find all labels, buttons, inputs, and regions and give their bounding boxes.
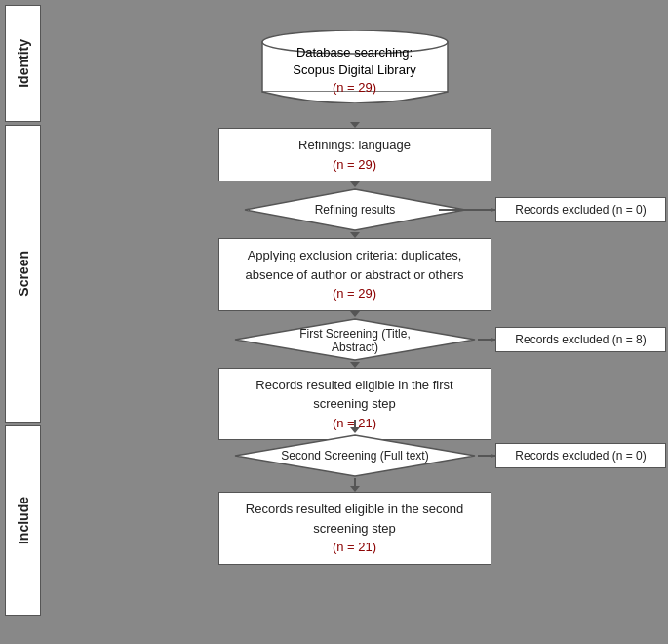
screen-label-text: Screen xyxy=(16,251,31,297)
db-line1: Database searching: xyxy=(257,44,452,61)
refine-lang-n: (n = 29) xyxy=(229,155,481,175)
excl-0-text: Records excluded (n = 0) xyxy=(515,203,646,217)
excl-0b-text: Records excluded (n = 0) xyxy=(515,449,646,463)
apply-excl-line2: absence of author or abstract or others xyxy=(229,265,481,285)
db-text: Database searching: Scopus Digital Libra… xyxy=(257,44,452,98)
diamond3-svg: Second Screening (Full text) xyxy=(233,433,477,478)
eligible-second-box: Records resulted eligible in the second … xyxy=(218,492,491,565)
include-label: Include xyxy=(5,425,41,616)
horiz-line1-svg xyxy=(439,208,497,212)
eligible-second-n: (n = 21) xyxy=(229,538,481,557)
excl-8-text: Records excluded (n = 8) xyxy=(515,333,646,346)
apply-excl-box: Applying exclusion criteria: duplicates,… xyxy=(218,238,491,311)
horiz-line2-inner xyxy=(478,338,497,342)
diamond2-text-line1: First Screening (Title, xyxy=(299,327,411,341)
eligible-second-line1: Records resulted eligible in the second xyxy=(229,500,481,519)
excl-8-box: Records excluded (n = 8) xyxy=(495,327,666,352)
first-screen-diamond-wrap: First Screening (Title, Abstract) xyxy=(233,317,477,362)
include-section: Second Screening (Full text) Records exc… xyxy=(41,420,668,610)
second-screen-diamond-wrap: Second Screening (Full text) xyxy=(233,433,477,478)
diamond3-text: Second Screening (Full text) xyxy=(281,449,428,463)
diamond2-text-line2: Abstract) xyxy=(331,341,377,354)
refine-results-row: Refining results Records excluded (n = 0… xyxy=(41,187,668,232)
identity-label: Identity xyxy=(5,5,41,122)
flowchart: Identity Screen Include D xyxy=(0,0,668,644)
second-screen-row: Second Screening (Full text) Records exc… xyxy=(41,433,668,478)
phase-labels: Identity Screen Include xyxy=(0,0,41,644)
refine-lang-line1: Refinings: language xyxy=(229,136,481,155)
eligible-first-line1: Records resulted eligible in the first xyxy=(229,376,481,395)
eligible-second-line2: screening step xyxy=(229,519,481,539)
apply-excl-line1: Applying exclusion criteria: duplicates, xyxy=(229,246,481,265)
arrow6-line xyxy=(354,420,356,427)
excl-0b-box: Records excluded (n = 0) xyxy=(495,443,666,468)
db-shape: Database searching: Scopus Digital Libra… xyxy=(257,30,452,106)
diamond1-svg: Refining results xyxy=(243,187,467,232)
arrow7-line xyxy=(354,478,356,486)
include-label-text: Include xyxy=(16,497,31,544)
db-line2: Scopus Digital Library xyxy=(257,61,452,79)
screen-section: Refinings: language (n = 29) Refining re… xyxy=(41,122,668,420)
diamond1-text: Refining results xyxy=(314,203,395,217)
center-flow: Database searching: Scopus Digital Libra… xyxy=(41,0,668,644)
excl-0-box: Records excluded (n = 0) xyxy=(495,197,666,222)
refine-results-diamond-wrap: Refining results xyxy=(243,187,467,232)
first-screen-row: First Screening (Title, Abstract) Record… xyxy=(41,317,668,362)
refine-lang-box: Refinings: language (n = 29) xyxy=(218,128,491,181)
diamond2-svg: First Screening (Title, Abstract) xyxy=(233,317,477,362)
horiz-line3-inner xyxy=(478,454,497,458)
db-n: (n = 29) xyxy=(257,79,452,97)
apply-excl-n: (n = 29) xyxy=(229,284,481,303)
identity-section: Database searching: Scopus Digital Libra… xyxy=(41,5,668,122)
identity-label-text: Identity xyxy=(16,39,31,88)
screen-label: Screen xyxy=(5,125,41,423)
eligible-first-line2: screening step xyxy=(229,394,481,414)
